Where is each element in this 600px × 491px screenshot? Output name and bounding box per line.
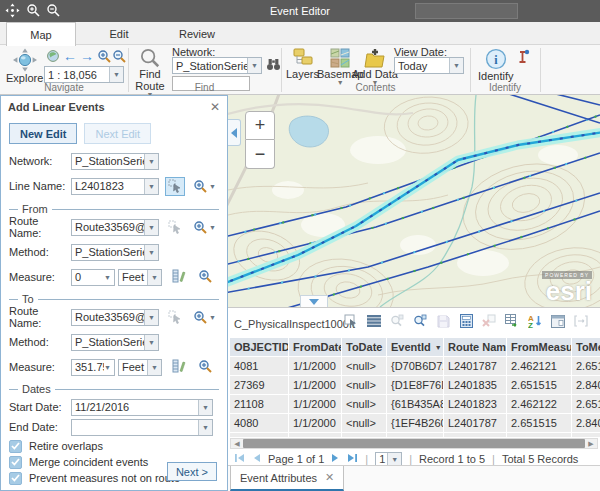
attribute-window-icon[interactable] [550, 313, 566, 329]
map-zoom-in-button[interactable]: + [245, 111, 275, 140]
tab-close-icon[interactable]: ✕ [325, 471, 334, 484]
panel-close-icon[interactable]: ✕ [210, 100, 220, 114]
ribbon-zoom-out-icon[interactable] [112, 49, 126, 65]
select-records-icon[interactable] [343, 313, 359, 329]
new-edit-button[interactable]: New Edit [9, 123, 77, 144]
forward-extent-icon[interactable]: → [80, 48, 94, 64]
end-date-combo[interactable]: ▼ [71, 419, 213, 436]
scroll-right-icon[interactable]: ▶ [585, 439, 597, 448]
col-objectid[interactable]: OBJECTID [230, 338, 288, 356]
delete-selected-icon[interactable] [481, 313, 497, 329]
first-page-icon[interactable] [234, 453, 245, 465]
from-unit-caret[interactable]: ▼ [147, 270, 161, 285]
layers-button[interactable]: Layers [286, 48, 319, 80]
tab-map[interactable]: Map [6, 22, 76, 46]
from-measure-combo[interactable]: 0▼ [71, 269, 115, 286]
to-unit-combo[interactable]: Feet ▼ [118, 359, 162, 376]
explore-button[interactable]: Explore [6, 48, 43, 84]
to-route-caret[interactable]: ▼ [144, 310, 158, 325]
zoom-to-selected-icon[interactable] [389, 313, 405, 329]
sort-icon[interactable]: AZ [527, 313, 543, 329]
page-size-caret[interactable]: ▼ [387, 453, 401, 466]
line-name-caret[interactable]: ▼ [144, 179, 158, 194]
from-measure-zoom-button[interactable] [198, 269, 212, 285]
prevent-measures-checkbox[interactable] [9, 472, 22, 485]
binoculars-icon[interactable] [266, 58, 281, 73]
scale-combo[interactable]: 1 : 18,056 ▼ [44, 66, 124, 83]
retire-overlaps-checkbox[interactable] [9, 440, 22, 453]
scale-combo-caret[interactable]: ▼ [109, 67, 123, 82]
zoom-to-from-route-button[interactable]: ▼ [193, 220, 216, 234]
ribbon-network-combo[interactable]: P_StationSeries ▼ [172, 57, 262, 74]
field-calculator-icon[interactable] [458, 313, 474, 329]
from-measure-helper-icon[interactable] [172, 269, 186, 285]
full-extent-icon[interactable] [46, 49, 60, 65]
tab-review[interactable]: Review [162, 22, 232, 45]
next-button[interactable]: Next > [167, 462, 217, 481]
tab-edit[interactable]: Edit [84, 22, 154, 45]
start-date-combo[interactable]: 11/21/2016 ▼ [71, 399, 213, 416]
line-name-combo[interactable]: L2401823 ▼ [71, 178, 159, 195]
zoom-to-to-route-button[interactable]: ▼ [193, 310, 216, 324]
table-row[interactable]: 273691/1/2000<null>{D1E8F76D-FL24018352.… [230, 376, 600, 394]
table-row-partial[interactable] [230, 433, 600, 437]
from-method-combo[interactable]: P_StationSeries ▼ [71, 244, 159, 261]
panel-network-combo[interactable]: P_StationSeries ▼ [71, 153, 159, 170]
next-edit-button[interactable]: Next Edit [84, 123, 151, 144]
end-date-caret[interactable]: ▼ [198, 420, 212, 435]
table-collapse-button[interactable] [300, 295, 328, 307]
to-measure-combo[interactable]: 351.75▼ [71, 359, 115, 376]
to-unit-caret[interactable]: ▼ [147, 360, 161, 375]
from-unit-combo[interactable]: Feet ▼ [118, 269, 162, 286]
horizontal-scrollbar[interactable]: ◀ ▶ [230, 438, 598, 449]
scrollbar-thumb[interactable] [243, 439, 585, 448]
page-size-combo[interactable]: 1 ▼ [375, 452, 402, 466]
locate-tool-icon[interactable] [516, 49, 530, 66]
to-route-combo[interactable]: Route33569@Cent ▼ [71, 309, 159, 326]
next-page-icon[interactable] [331, 453, 340, 465]
save-icon[interactable] [435, 313, 451, 329]
col-fromdate[interactable]: FromDate [289, 338, 341, 356]
prev-page-icon[interactable] [252, 453, 261, 465]
panel-network-caret[interactable]: ▼ [144, 154, 158, 169]
titlebar-search-box[interactable] [415, 3, 518, 19]
show-selected-icon[interactable] [366, 313, 382, 329]
split-view-icon[interactable] [573, 313, 589, 329]
to-measure-zoom-button[interactable] [198, 359, 212, 375]
last-page-icon[interactable] [347, 453, 358, 465]
view-date-caret[interactable]: ▼ [449, 58, 463, 73]
table-row[interactable]: 40801/1/2000<null>{1EF4B260-FL24017872.6… [230, 414, 600, 432]
select-line-on-map-button[interactable] [165, 177, 185, 196]
to-method-combo[interactable]: P_StationSeries ▼ [71, 334, 159, 351]
event-attributes-tab[interactable]: Event Attributes ✕ [230, 466, 344, 491]
panel-collapse-button[interactable] [228, 119, 241, 146]
ribbon-zoom-in-icon[interactable] [97, 49, 111, 65]
map-view[interactable]: + − POWERED BY esri [228, 95, 600, 307]
zoom-to-line-button[interactable]: ▼ [193, 179, 216, 193]
select-to-route-button[interactable] [165, 308, 185, 327]
col-eventid[interactable]: EventId▼ [387, 338, 443, 356]
add-rows-icon[interactable] [504, 313, 520, 329]
to-measure-helper-icon[interactable] [172, 359, 186, 375]
identify-button[interactable]: i Identify [478, 48, 513, 82]
from-route-combo[interactable]: Route33569@Cent ▼ [71, 219, 159, 236]
merge-coincident-checkbox[interactable] [9, 456, 22, 469]
select-from-route-button[interactable] [165, 218, 185, 237]
map-zoom-out-button[interactable]: − [245, 140, 275, 169]
table-row[interactable]: 211081/1/2000<null>{61B435A8-3L24018232.… [230, 395, 600, 413]
from-route-caret[interactable]: ▼ [144, 220, 158, 235]
scroll-left-icon[interactable]: ◀ [231, 439, 243, 448]
table-row[interactable]: 40811/1/2000<null>{D70B6D72-3L24017872.4… [230, 357, 600, 375]
col-routename[interactable]: Route Name [444, 338, 506, 356]
from-method-caret[interactable]: ▼ [144, 245, 158, 260]
to-method-caret[interactable]: ▼ [144, 335, 158, 350]
add-data-button[interactable]: Add Data ▼ [352, 48, 398, 85]
ribbon-network-caret[interactable]: ▼ [247, 58, 261, 73]
col-frommeasure[interactable]: FromMeasure [507, 338, 571, 356]
zoom-to-features-icon[interactable] [412, 313, 428, 329]
view-date-combo[interactable]: Today ▼ [394, 57, 464, 74]
col-todate[interactable]: ToDate [342, 338, 386, 356]
col-tomeasure[interactable]: ToMea [572, 338, 600, 356]
start-date-caret[interactable]: ▼ [198, 400, 212, 415]
back-extent-icon[interactable]: ← [63, 48, 77, 64]
